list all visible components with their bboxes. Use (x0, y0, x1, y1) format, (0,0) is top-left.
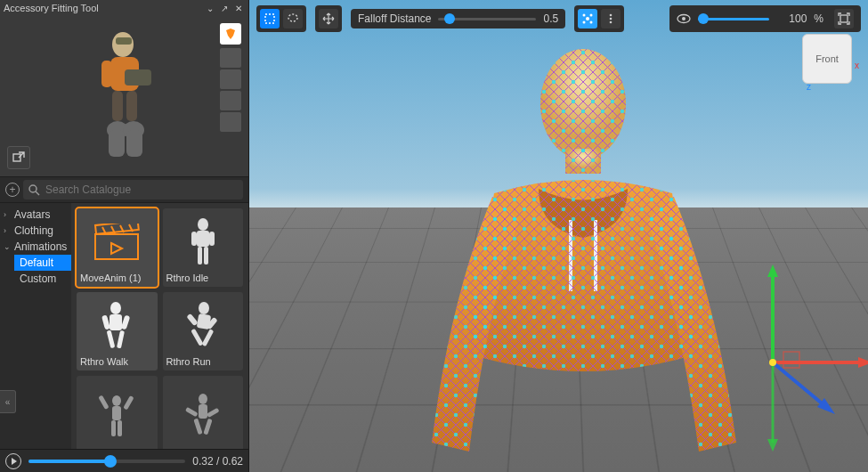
thumb-moveanim[interactable]: MoveAnim (1) (77, 208, 158, 287)
thumb-rthro-idle[interactable]: Rthro Idle (163, 208, 244, 287)
select-rect-button[interactable] (260, 9, 280, 28)
zoom-slider[interactable] (698, 18, 769, 20)
tree-clothing[interactable]: ›Clothing (0, 223, 71, 239)
move-tool-button[interactable] (319, 9, 338, 28)
search-box[interactable] (23, 180, 243, 199)
thumb-rthro-walk[interactable]: Rthro Walk (77, 292, 158, 370)
browser-body: ›Avatars ›Clothing ⌄Animations Default C… (0, 203, 248, 449)
svg-rect-35 (112, 406, 121, 420)
zoom-control: 100 % (669, 5, 861, 32)
svg-rect-1 (116, 37, 132, 45)
svg-rect-36 (99, 395, 110, 410)
svg-point-57 (682, 17, 685, 20)
svg-rect-5 (112, 91, 123, 121)
thumb-extra-2[interactable] (163, 376, 244, 449)
svg-rect-26 (107, 330, 116, 349)
tool-slot[interactable] (220, 91, 241, 110)
close-icon[interactable]: ✕ (232, 2, 245, 14)
mannequin-preview (71, 25, 178, 167)
viewport[interactable]: Falloff Distance 0.5 100 % Front x z (249, 0, 868, 472)
svg-rect-32 (191, 329, 203, 346)
tool-stack (220, 48, 241, 132)
chevron-right-icon: › (4, 210, 12, 219)
falloff-slider[interactable] (438, 18, 536, 20)
transform-tools (315, 5, 342, 32)
collapse-tree-button[interactable]: « (0, 390, 16, 413)
expand-icon[interactable]: ⌄ (204, 2, 216, 14)
tree-avatars[interactable]: ›Avatars (0, 207, 71, 223)
svg-rect-10 (126, 130, 142, 157)
transform-gizmo[interactable] (719, 264, 868, 460)
accessory-tool-button[interactable] (220, 23, 241, 45)
zoom-slider-knob[interactable] (698, 13, 709, 24)
viewport-toolbar: Falloff Distance 0.5 100 % (256, 5, 861, 32)
tool-slot[interactable] (220, 48, 241, 68)
svg-point-55 (610, 21, 612, 24)
select-lasso-button[interactable] (283, 9, 303, 28)
clapperboard-icon (80, 212, 154, 273)
time-slider[interactable] (28, 460, 185, 463)
tree-custom[interactable]: Custom (14, 271, 71, 287)
thumb-label: MoveAnim (1) (80, 273, 154, 283)
svg-marker-71 (767, 264, 778, 277)
thumb-label: Rthro Run (166, 356, 240, 367)
undock-icon[interactable]: ↗ (218, 2, 231, 14)
tree-animations[interactable]: ⌄Animations (0, 239, 71, 255)
falloff-slider-knob[interactable] (444, 13, 455, 24)
svg-rect-27 (117, 330, 125, 349)
thumb-rthro-run[interactable]: Rthro Run (163, 292, 244, 370)
time-readout: 0.32 / 0.62 (192, 455, 243, 468)
panel-header-controls: ⌄ ↗ ✕ (204, 2, 245, 14)
svg-point-48 (586, 17, 589, 20)
timeline: 0.32 / 0.62 (0, 449, 248, 472)
panel-title: Accessory Fitting Tool (4, 3, 99, 13)
svg-line-76 (773, 362, 826, 407)
tool-slot[interactable] (220, 69, 241, 89)
more-options-button[interactable] (601, 9, 621, 28)
tree-default[interactable]: Default (14, 255, 71, 271)
thumb-extra-1[interactable] (77, 376, 158, 449)
svg-point-16 (198, 218, 208, 231)
svg-marker-73 (767, 439, 778, 452)
svg-rect-33 (201, 329, 214, 346)
fit-view-button[interactable] (834, 9, 854, 28)
svg-rect-30 (186, 313, 199, 327)
svg-point-50 (590, 14, 593, 17)
svg-rect-21 (204, 247, 208, 264)
cage-toggle-button[interactable] (578, 9, 597, 28)
tree-label: Clothing (14, 224, 53, 237)
svg-rect-45 (203, 419, 212, 435)
svg-point-52 (590, 21, 593, 24)
tool-slot[interactable] (220, 112, 241, 132)
play-button[interactable] (5, 453, 21, 469)
svg-rect-39 (118, 420, 122, 436)
svg-rect-19 (209, 232, 215, 246)
search-row: + (0, 176, 248, 203)
svg-marker-75 (858, 357, 868, 368)
view-cube[interactable]: Front (802, 34, 852, 84)
svg-point-28 (199, 302, 209, 314)
chevron-down-icon: ⌄ (4, 242, 12, 251)
svg-point-78 (769, 359, 776, 366)
zoom-value: 100 (776, 12, 807, 25)
svg-point-12 (29, 185, 37, 192)
svg-rect-24 (101, 314, 110, 330)
time-slider-knob[interactable] (104, 455, 117, 468)
axis-z-label: z (807, 82, 811, 92)
svg-point-34 (112, 395, 121, 406)
add-button[interactable]: + (5, 183, 20, 197)
popout-button[interactable] (7, 146, 30, 169)
svg-point-51 (583, 21, 586, 24)
svg-rect-23 (110, 314, 122, 330)
svg-rect-42 (185, 407, 199, 417)
svg-rect-46 (265, 14, 274, 23)
falloff-label: Falloff Distance (358, 12, 431, 25)
figure-cheer-icon (80, 379, 154, 449)
view-cube-face: Front (815, 53, 839, 64)
tree-label: Avatars (14, 208, 50, 221)
falloff-value: 0.5 (543, 12, 558, 25)
search-input[interactable] (45, 183, 238, 196)
svg-rect-41 (199, 404, 207, 419)
svg-rect-38 (111, 420, 116, 436)
svg-point-68 (540, 49, 626, 159)
